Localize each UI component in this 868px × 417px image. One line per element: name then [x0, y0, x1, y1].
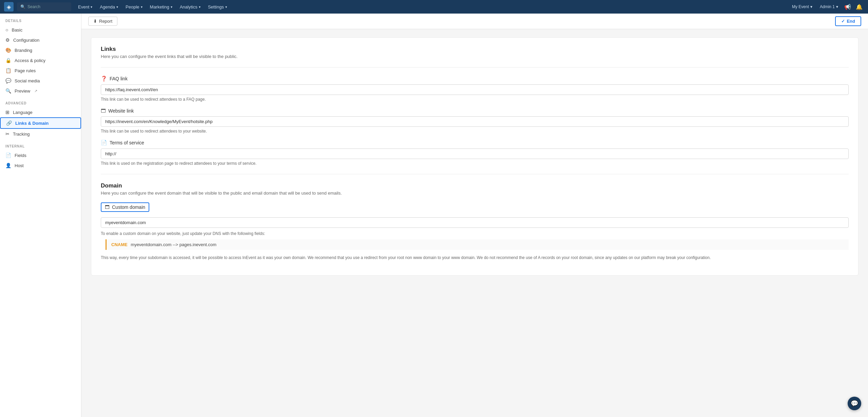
sidebar-section-advanced: ADVANCED — [0, 96, 81, 107]
chevron-down-icon: ▾ — [225, 5, 227, 9]
sidebar-item-tracking[interactable]: ✂ Tracking — [0, 129, 81, 139]
sidebar: DETAILS ○ Basic ⚙ Configuration 🎨 Brandi… — [0, 14, 81, 417]
terms-link-label-text: Terms of service — [110, 140, 144, 145]
chevron-down-icon: ▾ — [836, 4, 838, 9]
sidebar-item-fields[interactable]: 📄 Fields — [0, 150, 81, 160]
sidebar-item-label: Basic — [12, 27, 22, 33]
lock-icon: 🔒 — [5, 58, 11, 63]
domain-divider — [101, 174, 849, 174]
dns-hint: To enable a custom domain on your websit… — [101, 231, 849, 236]
document-icon: 📄 — [5, 153, 11, 158]
main-content-area: ⬇ Report ✓ End Links Here you can config… — [81, 14, 868, 417]
nav-agenda[interactable]: Agenda ▾ — [96, 3, 121, 11]
domain-section-title: Domain — [101, 182, 849, 189]
website-link-input[interactable] — [101, 116, 849, 127]
my-event-dropdown[interactable]: My Event ▾ — [789, 3, 815, 11]
circle-icon: ○ — [5, 27, 8, 33]
report-button[interactable]: ⬇ Report — [88, 17, 117, 26]
my-event-label: My Event — [792, 4, 809, 9]
person-icon: 👤 — [5, 163, 11, 168]
nav-people[interactable]: People ▾ — [122, 3, 146, 11]
nav-settings[interactable]: Settings ▾ — [205, 3, 230, 11]
chevron-down-icon: ▾ — [91, 5, 92, 9]
sidebar-item-label: Branding — [15, 48, 32, 53]
document-icon: 📄 — [101, 140, 107, 146]
logo-icon: ◈ — [7, 4, 11, 10]
custom-domain-input[interactable] — [101, 217, 849, 228]
chevron-down-icon: ▾ — [810, 4, 812, 9]
sidebar-item-basic[interactable]: ○ Basic — [0, 25, 81, 35]
browser-icon: 🗖 — [101, 108, 106, 114]
terms-link-input[interactable] — [101, 148, 849, 159]
chat-icon: 💬 — [851, 400, 858, 407]
chevron-down-icon: ▾ — [199, 5, 201, 9]
sidebar-item-label: Page rules — [15, 68, 36, 73]
sidebar-item-label: Social media — [15, 78, 40, 83]
sidebar-item-label: Fields — [15, 153, 26, 158]
sidebar-item-label: Host — [15, 163, 24, 168]
website-link-label: 🗖 Website link — [101, 108, 849, 114]
faq-link-input[interactable] — [101, 84, 849, 95]
sidebar-item-host[interactable]: 👤 Host — [0, 160, 81, 171]
nav-event-label: Event — [78, 4, 89, 9]
end-button[interactable]: ✓ End — [835, 16, 861, 26]
domain-section-desc: Here you can configure the event domain … — [101, 191, 849, 196]
question-icon: ❓ — [101, 76, 107, 82]
terms-link-field: 📄 Terms of service This link is used on … — [101, 140, 849, 166]
topnav: ◈ 🔍 Event ▾ Agenda ▾ People ▾ Marketing … — [0, 0, 868, 14]
cname-label: CNAME — [111, 242, 128, 247]
sidebar-item-preview[interactable]: 🔍 Preview ↗ — [0, 86, 81, 96]
faq-link-label-text: FAQ link — [110, 76, 128, 81]
browser-icon: 🗖 — [105, 204, 110, 210]
dns-block: CNAME myeventdomain.com --> pages.ineven… — [106, 239, 849, 250]
sidebar-item-language[interactable]: ⊞ Language — [0, 107, 81, 117]
sidebar-item-configuration[interactable]: ⚙ Configuration — [0, 35, 81, 45]
page-content: Links Here you can configure the event l… — [81, 29, 868, 284]
nav-marketing-label: Marketing — [150, 4, 169, 9]
nav-analytics[interactable]: Analytics ▾ — [176, 3, 204, 11]
website-link-hint: This link can be used to redirect attend… — [101, 129, 849, 134]
palette-icon: 🎨 — [5, 47, 11, 53]
faq-link-label: ❓ FAQ link — [101, 76, 849, 82]
external-link-icon: ↗ — [34, 89, 37, 93]
search-box[interactable]: 🔍 — [17, 2, 71, 11]
sidebar-item-access-policy[interactable]: 🔒 Access & policy — [0, 55, 81, 65]
nav-event[interactable]: Event ▾ — [75, 3, 96, 11]
nav-marketing[interactable]: Marketing ▾ — [147, 3, 176, 11]
chevron-down-icon: ▾ — [116, 5, 118, 9]
admin-dropdown[interactable]: Admin 1 ▾ — [817, 3, 841, 11]
sidebar-item-social-media[interactable]: 💬 Social media — [0, 76, 81, 86]
sidebar-section-internal: INTERNAL — [0, 139, 81, 150]
website-link-label-text: Website link — [108, 108, 134, 114]
custom-domain-label-text: Custom domain — [112, 204, 145, 210]
terms-link-hint: This link is used on the registration pa… — [101, 161, 849, 166]
logo[interactable]: ◈ — [4, 2, 14, 12]
download-icon: ⬇ — [93, 19, 97, 24]
website-link-field: 🗖 Website link This link can be used to … — [101, 108, 849, 134]
links-section-desc: Here you can configure the event links t… — [101, 54, 849, 59]
chevron-down-icon: ▾ — [141, 5, 143, 9]
report-label: Report — [99, 19, 112, 24]
megaphone-icon[interactable]: 📢 — [843, 2, 852, 12]
admin-label: Admin 1 — [820, 4, 835, 9]
nav-agenda-label: Agenda — [100, 4, 115, 9]
grid-icon: ⊞ — [5, 110, 10, 115]
link-icon: 🔗 — [6, 120, 12, 126]
end-label: End — [847, 19, 855, 24]
nav-analytics-label: Analytics — [180, 4, 197, 9]
chat-button[interactable]: 💬 — [848, 397, 861, 410]
nav-items: Event ▾ Agenda ▾ People ▾ Marketing ▾ An… — [75, 3, 788, 11]
clipboard-icon: 📋 — [5, 68, 11, 73]
search-input[interactable] — [27, 4, 68, 9]
chat-icon: 💬 — [5, 78, 11, 83]
sidebar-item-label: Links & Domain — [15, 121, 49, 126]
bell-icon[interactable]: 🔔 — [854, 2, 864, 12]
custom-domain-field: 🗖 Custom domain To enable a custom domai… — [101, 202, 849, 261]
search-icon: 🔍 — [20, 4, 25, 9]
sidebar-item-page-rules[interactable]: 📋 Page rules — [0, 65, 81, 76]
sidebar-item-branding[interactable]: 🎨 Branding — [0, 45, 81, 55]
scissors-icon: ✂ — [5, 131, 10, 137]
sidebar-item-label: Language — [13, 110, 33, 115]
links-section-title: Links — [101, 46, 849, 53]
sidebar-item-links-domain[interactable]: 🔗 Links & Domain — [0, 117, 81, 129]
